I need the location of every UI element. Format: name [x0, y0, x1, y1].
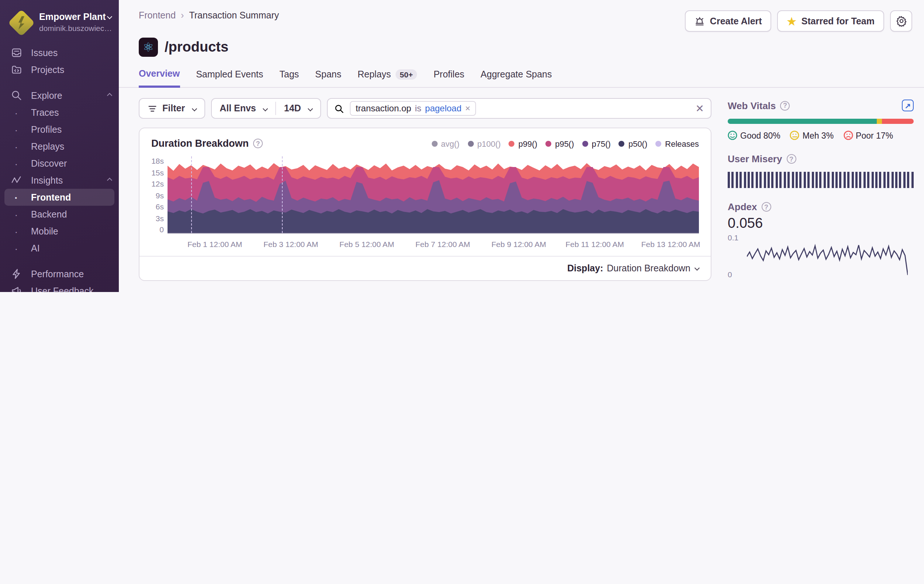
- sidebar-item-frontend[interactable]: ·Frontend: [5, 189, 114, 206]
- tab-aggregate-spans[interactable]: Aggregate Spans: [480, 69, 552, 87]
- tab-replays[interactable]: Replays50+: [358, 69, 417, 87]
- sidebar-item-label: Projects: [31, 64, 111, 75]
- bullet-icon: ·: [10, 109, 22, 116]
- performance-icon: [10, 268, 22, 280]
- sidebar-item-label: Mobile: [31, 226, 111, 236]
- sidebar-item-explore[interactable]: Explore: [0, 87, 119, 104]
- web-vitals-segment-meh: [876, 119, 882, 124]
- tab-sampled-events[interactable]: Sampled Events: [196, 69, 263, 87]
- sidebar-item-backend[interactable]: ·Backend: [0, 206, 119, 223]
- sidebar-item-performance[interactable]: Performance: [0, 265, 119, 283]
- x-axis-labels: Feb 1 12:00 AMFeb 3 12:00 AMFeb 5 12:00 …: [168, 237, 699, 254]
- siren-icon: [695, 16, 705, 26]
- search-icon: [334, 104, 344, 113]
- legend-item-p95[interactable]: p95(): [545, 139, 574, 148]
- web-vitals-legend: Good 80%Meh 3%Poor 17%: [728, 130, 914, 140]
- legend-item-p50[interactable]: p50(): [619, 139, 647, 148]
- web-vitals-legend-good: Good 80%: [728, 130, 780, 140]
- settings-button[interactable]: [890, 10, 912, 32]
- sidebar-item-mobile[interactable]: ·Mobile: [0, 223, 119, 240]
- display-label: Display:: [567, 263, 603, 273]
- apdex-title: Apdex: [728, 201, 757, 212]
- sidebar-item-traces[interactable]: ·Traces: [0, 104, 119, 121]
- sidebar-item-label: Issues: [31, 48, 111, 58]
- legend-item-avg[interactable]: avg(): [431, 139, 459, 148]
- question-circle-icon[interactable]: ?: [786, 154, 796, 164]
- sidebar-item-label: Insights: [31, 175, 106, 186]
- bullet-icon: ·: [10, 160, 22, 167]
- breadcrumb-separator: ›: [181, 10, 184, 21]
- right-sidebar: Web Vitals ? ↗ Good 80%Meh 3%Poor 17% Us…: [728, 88, 914, 292]
- sidebar-item-label: Frontend: [31, 192, 111, 202]
- search-input[interactable]: transaction.op is pageload × ✕: [327, 98, 711, 119]
- duration-chart[interactable]: [168, 156, 699, 234]
- org-user: dominik.buszowiec…: [39, 24, 112, 33]
- tab-profiles[interactable]: Profiles: [434, 69, 464, 87]
- breadcrumb: Frontend › Transaction Summary: [139, 10, 279, 21]
- sidebar-item-profiles[interactable]: ·Profiles: [0, 121, 119, 138]
- tab-spans[interactable]: Spans: [315, 69, 342, 87]
- bullet-icon: ·: [10, 143, 22, 150]
- web-vitals-title: Web Vitals: [728, 100, 776, 111]
- filter-dropdown[interactable]: Filter: [139, 98, 205, 119]
- tab-overview[interactable]: Overview: [139, 69, 180, 88]
- release-marker[interactable]: [191, 156, 192, 233]
- daterange-dropdown[interactable]: 14D: [276, 99, 320, 118]
- question-circle-icon[interactable]: ?: [780, 100, 790, 110]
- starred-for-team-button[interactable]: ★ Starred for Team: [777, 10, 884, 32]
- duration-breakdown-title: Duration Breakdown ?: [151, 138, 263, 149]
- page-title: /products: [165, 39, 228, 55]
- sidebar-item-insights[interactable]: Insights: [0, 172, 119, 189]
- sidebar-item-ai[interactable]: ·AI: [0, 240, 119, 257]
- breadcrumb-current: Transaction Summary: [189, 10, 279, 21]
- sidebar-item-issues[interactable]: Issues: [0, 44, 119, 61]
- app-root: Empower Plant dominik.buszowiec… IssuesP…: [0, 0, 924, 292]
- breadcrumb-frontend[interactable]: Frontend: [139, 10, 176, 21]
- sidebar-item-label: Performance: [31, 269, 111, 279]
- web-vitals-segment-poor: [882, 119, 914, 124]
- environment-dropdown[interactable]: All Envs: [211, 99, 275, 118]
- search-clear-icon[interactable]: ✕: [696, 102, 704, 114]
- create-alert-button[interactable]: Create Alert: [685, 10, 772, 32]
- legend-item-p99[interactable]: p99(): [509, 139, 537, 148]
- org-name: Empower Plant: [39, 12, 112, 22]
- search-token[interactable]: transaction.op is pageload ×: [350, 101, 477, 116]
- question-circle-icon[interactable]: ?: [761, 202, 771, 212]
- bullet-icon: ·: [10, 227, 22, 235]
- release-marker[interactable]: [282, 156, 283, 233]
- token-remove-icon[interactable]: ×: [465, 103, 470, 114]
- chevron-down-icon: [107, 14, 112, 19]
- sidebar-item-label: Discover: [31, 158, 111, 168]
- sidebar-item-label: User Feedback: [31, 286, 111, 292]
- open-in-new-icon[interactable]: ↗: [902, 100, 914, 111]
- apdex-section: Apdex? 0.056 0.1 0: [728, 201, 914, 279]
- legend-item-p75[interactable]: p75(): [582, 139, 611, 148]
- question-circle-icon[interactable]: ?: [253, 139, 263, 148]
- tab-bar: OverviewSampled EventsTagsSpansReplays50…: [119, 57, 924, 88]
- sidebar-item-label: Replays: [31, 141, 111, 151]
- tab-tags[interactable]: Tags: [279, 69, 299, 87]
- display-dropdown[interactable]: Duration Breakdown: [607, 263, 699, 273]
- filter-lines-icon: [148, 104, 157, 113]
- left-column: Filter All Envs 14D transaction.op is pa…: [139, 88, 711, 292]
- user-misery-title: User Misery: [728, 153, 782, 165]
- insights-icon: [10, 174, 22, 186]
- sidebar: Empower Plant dominik.buszowiec… IssuesP…: [0, 0, 119, 292]
- legend-item-p100[interactable]: p100(): [467, 139, 501, 148]
- legend-item-releases[interactable]: Releases: [655, 139, 699, 148]
- sidebar-item-label: Explore: [31, 90, 106, 100]
- sidebar-nav: IssuesProjectsExplore·Traces·Profiles·Re…: [0, 44, 119, 292]
- sidebar-item-label: Profiles: [31, 124, 111, 135]
- issues-icon: [10, 47, 22, 59]
- explore-icon: [10, 90, 22, 101]
- org-switcher[interactable]: Empower Plant dominik.buszowiec…: [0, 9, 119, 44]
- org-logo-icon: [10, 12, 33, 34]
- sidebar-item-replays[interactable]: ·Replays: [0, 138, 119, 155]
- sidebar-item-user-feedback[interactable]: User Feedback: [0, 283, 119, 292]
- web-vitals-segment-good: [728, 119, 876, 124]
- user-misery-chart: [728, 172, 914, 188]
- bullet-icon: ·: [10, 244, 22, 252]
- projects-icon: [10, 64, 22, 76]
- sidebar-item-discover[interactable]: ·Discover: [0, 155, 119, 172]
- sidebar-item-projects[interactable]: Projects: [0, 61, 119, 78]
